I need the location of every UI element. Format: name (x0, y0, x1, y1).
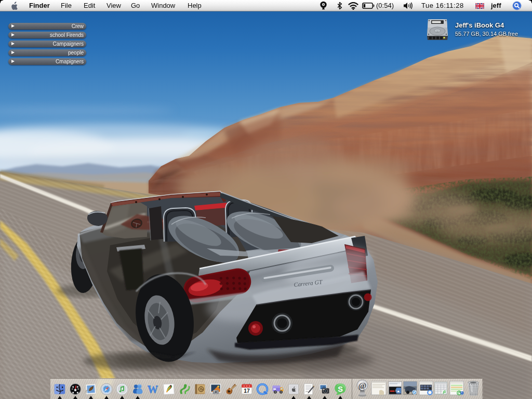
svg-text:W: W (148, 383, 158, 395)
svg-text:S: S (338, 385, 343, 393)
svg-text:@: @ (358, 381, 367, 391)
svg-text:17: 17 (244, 388, 250, 394)
